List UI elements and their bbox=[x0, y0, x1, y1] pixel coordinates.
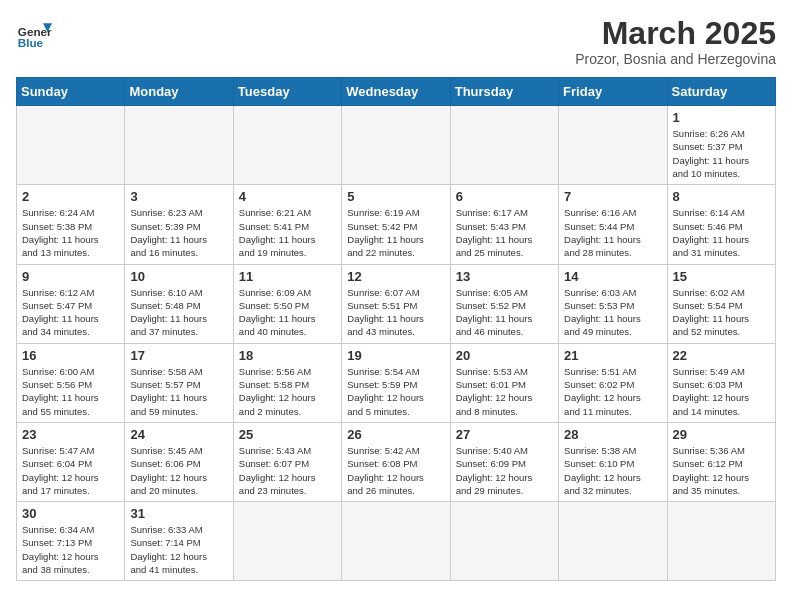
day-number: 6 bbox=[456, 189, 553, 204]
day-number: 25 bbox=[239, 427, 336, 442]
calendar-cell: 23Sunrise: 5:47 AM Sunset: 6:04 PM Dayli… bbox=[17, 422, 125, 501]
calendar-cell: 9Sunrise: 6:12 AM Sunset: 5:47 PM Daylig… bbox=[17, 264, 125, 343]
calendar-cell: 15Sunrise: 6:02 AM Sunset: 5:54 PM Dayli… bbox=[667, 264, 775, 343]
day-info: Sunrise: 6:14 AM Sunset: 5:46 PM Dayligh… bbox=[673, 206, 770, 259]
day-info: Sunrise: 5:51 AM Sunset: 6:02 PM Dayligh… bbox=[564, 365, 661, 418]
day-number: 8 bbox=[673, 189, 770, 204]
calendar-cell: 21Sunrise: 5:51 AM Sunset: 6:02 PM Dayli… bbox=[559, 343, 667, 422]
day-info: Sunrise: 5:58 AM Sunset: 5:57 PM Dayligh… bbox=[130, 365, 227, 418]
day-number: 13 bbox=[456, 269, 553, 284]
calendar-cell bbox=[125, 106, 233, 185]
day-number: 22 bbox=[673, 348, 770, 363]
weekday-header-saturday: Saturday bbox=[667, 78, 775, 106]
calendar-cell: 13Sunrise: 6:05 AM Sunset: 5:52 PM Dayli… bbox=[450, 264, 558, 343]
day-number: 24 bbox=[130, 427, 227, 442]
weekday-header-monday: Monday bbox=[125, 78, 233, 106]
day-number: 31 bbox=[130, 506, 227, 521]
week-row-2: 2Sunrise: 6:24 AM Sunset: 5:38 PM Daylig… bbox=[17, 185, 776, 264]
day-number: 1 bbox=[673, 110, 770, 125]
weekday-header-friday: Friday bbox=[559, 78, 667, 106]
calendar-cell bbox=[342, 106, 450, 185]
day-number: 3 bbox=[130, 189, 227, 204]
day-info: Sunrise: 6:02 AM Sunset: 5:54 PM Dayligh… bbox=[673, 286, 770, 339]
calendar-cell: 1Sunrise: 6:26 AM Sunset: 5:37 PM Daylig… bbox=[667, 106, 775, 185]
day-number: 21 bbox=[564, 348, 661, 363]
calendar-cell: 8Sunrise: 6:14 AM Sunset: 5:46 PM Daylig… bbox=[667, 185, 775, 264]
calendar-cell: 6Sunrise: 6:17 AM Sunset: 5:43 PM Daylig… bbox=[450, 185, 558, 264]
calendar-cell: 27Sunrise: 5:40 AM Sunset: 6:09 PM Dayli… bbox=[450, 422, 558, 501]
day-info: Sunrise: 5:43 AM Sunset: 6:07 PM Dayligh… bbox=[239, 444, 336, 497]
day-info: Sunrise: 6:26 AM Sunset: 5:37 PM Dayligh… bbox=[673, 127, 770, 180]
calendar-cell: 18Sunrise: 5:56 AM Sunset: 5:58 PM Dayli… bbox=[233, 343, 341, 422]
day-info: Sunrise: 6:23 AM Sunset: 5:39 PM Dayligh… bbox=[130, 206, 227, 259]
calendar-cell: 19Sunrise: 5:54 AM Sunset: 5:59 PM Dayli… bbox=[342, 343, 450, 422]
week-row-6: 30Sunrise: 6:34 AM Sunset: 7:13 PM Dayli… bbox=[17, 502, 776, 581]
calendar-cell: 26Sunrise: 5:42 AM Sunset: 6:08 PM Dayli… bbox=[342, 422, 450, 501]
weekday-header-sunday: Sunday bbox=[17, 78, 125, 106]
logo: General Blue bbox=[16, 16, 52, 52]
calendar-cell: 20Sunrise: 5:53 AM Sunset: 6:01 PM Dayli… bbox=[450, 343, 558, 422]
calendar-cell: 11Sunrise: 6:09 AM Sunset: 5:50 PM Dayli… bbox=[233, 264, 341, 343]
day-info: Sunrise: 6:24 AM Sunset: 5:38 PM Dayligh… bbox=[22, 206, 119, 259]
calendar-cell: 10Sunrise: 6:10 AM Sunset: 5:48 PM Dayli… bbox=[125, 264, 233, 343]
calendar-cell: 28Sunrise: 5:38 AM Sunset: 6:10 PM Dayli… bbox=[559, 422, 667, 501]
day-info: Sunrise: 5:36 AM Sunset: 6:12 PM Dayligh… bbox=[673, 444, 770, 497]
svg-text:Blue: Blue bbox=[18, 36, 44, 49]
day-info: Sunrise: 5:54 AM Sunset: 5:59 PM Dayligh… bbox=[347, 365, 444, 418]
day-info: Sunrise: 5:45 AM Sunset: 6:06 PM Dayligh… bbox=[130, 444, 227, 497]
location-subtitle: Prozor, Bosnia and Herzegovina bbox=[575, 51, 776, 67]
calendar-cell bbox=[667, 502, 775, 581]
calendar-cell: 30Sunrise: 6:34 AM Sunset: 7:13 PM Dayli… bbox=[17, 502, 125, 581]
calendar-cell bbox=[450, 106, 558, 185]
weekday-header-tuesday: Tuesday bbox=[233, 78, 341, 106]
calendar-cell: 7Sunrise: 6:16 AM Sunset: 5:44 PM Daylig… bbox=[559, 185, 667, 264]
week-row-1: 1Sunrise: 6:26 AM Sunset: 5:37 PM Daylig… bbox=[17, 106, 776, 185]
day-number: 4 bbox=[239, 189, 336, 204]
day-info: Sunrise: 6:19 AM Sunset: 5:42 PM Dayligh… bbox=[347, 206, 444, 259]
calendar-cell: 14Sunrise: 6:03 AM Sunset: 5:53 PM Dayli… bbox=[559, 264, 667, 343]
calendar-cell bbox=[17, 106, 125, 185]
weekday-header-row: SundayMondayTuesdayWednesdayThursdayFrid… bbox=[17, 78, 776, 106]
page-header: General Blue March 2025 Prozor, Bosnia a… bbox=[16, 16, 776, 67]
calendar-cell: 4Sunrise: 6:21 AM Sunset: 5:41 PM Daylig… bbox=[233, 185, 341, 264]
day-info: Sunrise: 6:09 AM Sunset: 5:50 PM Dayligh… bbox=[239, 286, 336, 339]
day-number: 9 bbox=[22, 269, 119, 284]
day-info: Sunrise: 6:05 AM Sunset: 5:52 PM Dayligh… bbox=[456, 286, 553, 339]
day-number: 14 bbox=[564, 269, 661, 284]
calendar-cell bbox=[450, 502, 558, 581]
day-number: 7 bbox=[564, 189, 661, 204]
calendar-cell bbox=[559, 502, 667, 581]
calendar-cell: 24Sunrise: 5:45 AM Sunset: 6:06 PM Dayli… bbox=[125, 422, 233, 501]
calendar-cell: 3Sunrise: 6:23 AM Sunset: 5:39 PM Daylig… bbox=[125, 185, 233, 264]
day-number: 12 bbox=[347, 269, 444, 284]
calendar-cell: 22Sunrise: 5:49 AM Sunset: 6:03 PM Dayli… bbox=[667, 343, 775, 422]
day-number: 17 bbox=[130, 348, 227, 363]
week-row-3: 9Sunrise: 6:12 AM Sunset: 5:47 PM Daylig… bbox=[17, 264, 776, 343]
day-info: Sunrise: 5:56 AM Sunset: 5:58 PM Dayligh… bbox=[239, 365, 336, 418]
calendar-cell: 2Sunrise: 6:24 AM Sunset: 5:38 PM Daylig… bbox=[17, 185, 125, 264]
calendar-cell bbox=[342, 502, 450, 581]
day-number: 5 bbox=[347, 189, 444, 204]
day-info: Sunrise: 6:16 AM Sunset: 5:44 PM Dayligh… bbox=[564, 206, 661, 259]
week-row-5: 23Sunrise: 5:47 AM Sunset: 6:04 PM Dayli… bbox=[17, 422, 776, 501]
calendar-cell bbox=[559, 106, 667, 185]
day-info: Sunrise: 6:00 AM Sunset: 5:56 PM Dayligh… bbox=[22, 365, 119, 418]
day-number: 11 bbox=[239, 269, 336, 284]
calendar-cell: 31Sunrise: 6:33 AM Sunset: 7:14 PM Dayli… bbox=[125, 502, 233, 581]
month-title: March 2025 bbox=[575, 16, 776, 51]
logo-icon: General Blue bbox=[16, 16, 52, 52]
day-number: 16 bbox=[22, 348, 119, 363]
day-info: Sunrise: 5:49 AM Sunset: 6:03 PM Dayligh… bbox=[673, 365, 770, 418]
weekday-header-thursday: Thursday bbox=[450, 78, 558, 106]
day-info: Sunrise: 6:03 AM Sunset: 5:53 PM Dayligh… bbox=[564, 286, 661, 339]
calendar-cell bbox=[233, 106, 341, 185]
day-info: Sunrise: 5:38 AM Sunset: 6:10 PM Dayligh… bbox=[564, 444, 661, 497]
week-row-4: 16Sunrise: 6:00 AM Sunset: 5:56 PM Dayli… bbox=[17, 343, 776, 422]
day-number: 23 bbox=[22, 427, 119, 442]
day-info: Sunrise: 6:34 AM Sunset: 7:13 PM Dayligh… bbox=[22, 523, 119, 576]
day-info: Sunrise: 6:33 AM Sunset: 7:14 PM Dayligh… bbox=[130, 523, 227, 576]
calendar-cell: 5Sunrise: 6:19 AM Sunset: 5:42 PM Daylig… bbox=[342, 185, 450, 264]
day-number: 26 bbox=[347, 427, 444, 442]
day-number: 19 bbox=[347, 348, 444, 363]
day-info: Sunrise: 5:47 AM Sunset: 6:04 PM Dayligh… bbox=[22, 444, 119, 497]
